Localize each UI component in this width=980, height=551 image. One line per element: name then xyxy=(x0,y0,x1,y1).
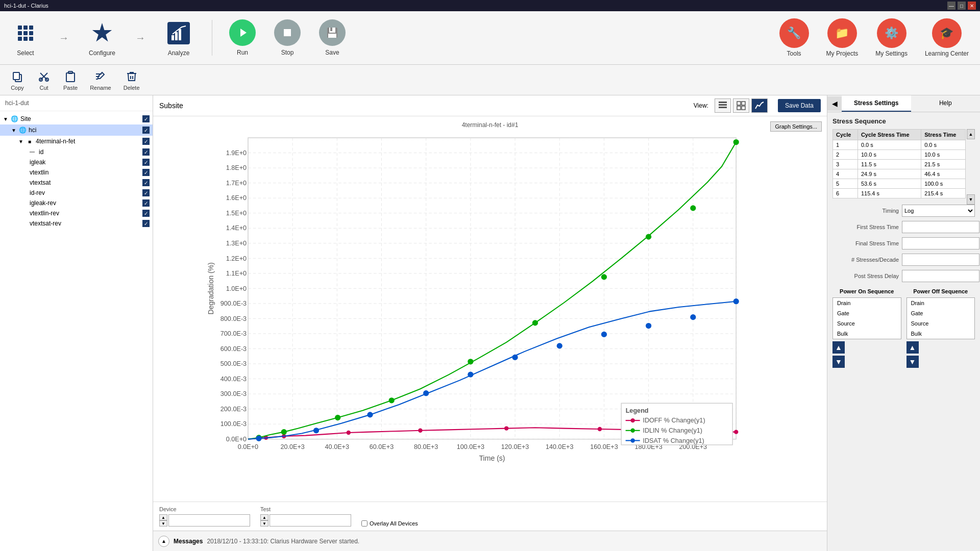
overlay-checkbox[interactable] xyxy=(361,520,368,527)
tab-help[interactable]: Help xyxy=(911,95,981,112)
close-button[interactable]: ✕ xyxy=(968,2,976,10)
stresses-per-decade-input[interactable]: 3 xyxy=(902,254,979,266)
toolbar-separator xyxy=(212,20,212,56)
tree-item-id-rev[interactable]: id-rev ✓ xyxy=(0,188,153,198)
tree-item-vtextsat-rev[interactable]: vtextsat-rev ✓ xyxy=(0,218,153,229)
view-btn-chart[interactable] xyxy=(751,98,768,113)
tree-check-id[interactable]: ✓ xyxy=(142,148,150,156)
timing-select[interactable]: Log Linear xyxy=(902,205,975,217)
run-button[interactable]: Run xyxy=(225,15,260,60)
messages-toggle-button[interactable]: ▲ xyxy=(158,536,169,547)
tree-item-vtextlin[interactable]: vtextlin ✓ xyxy=(0,167,153,178)
tree-check-site[interactable]: ✓ xyxy=(142,115,150,122)
power-off-down-btn[interactable]: ▼ xyxy=(906,356,919,368)
device-up-btn[interactable]: ▲ xyxy=(159,514,167,520)
select-group[interactable]: Select xyxy=(5,15,46,61)
tree-collapse-site[interactable]: ▼ xyxy=(3,116,8,122)
svg-rect-19 xyxy=(719,107,727,108)
graph-settings-button[interactable]: Graph Settings... xyxy=(770,121,822,132)
arrow-sep-2: → xyxy=(133,28,148,48)
post-stress-delay-label: Post Stress Delay xyxy=(832,273,899,279)
tree-item-hci[interactable]: ▼ 🌐 hci ✓ xyxy=(0,124,153,136)
tools-group[interactable]: 🔧 Tools xyxy=(773,14,815,61)
svg-text:800.0E-3: 800.0E-3 xyxy=(220,315,247,322)
tree-item-vtextsat[interactable]: vtextsat ✓ xyxy=(0,178,153,188)
stress-time: 21.5 s xyxy=(921,160,966,169)
svg-text:100.0E+3: 100.0E+3 xyxy=(457,443,484,450)
power-on-source[interactable]: Source xyxy=(833,318,901,329)
power-on-drain[interactable]: Drain xyxy=(833,298,901,308)
tree-check-vtextlin-rev[interactable]: ✓ xyxy=(142,210,150,217)
stop-icon xyxy=(274,19,301,46)
device-input[interactable]: 4terminal-n-fet xyxy=(168,514,250,527)
power-on-gate[interactable]: Gate xyxy=(833,308,901,318)
my-settings-group[interactable]: ⚙️ My Settings xyxy=(869,14,914,61)
view-btn-table[interactable] xyxy=(715,98,731,113)
tree-item-4terminal[interactable]: ▼ ■ 4terminal-n-fet ✓ xyxy=(0,136,153,147)
maximize-button[interactable]: □ xyxy=(958,2,966,10)
final-stress-time-input[interactable]: 2E+05 xyxy=(902,237,979,249)
stop-button[interactable]: Stop xyxy=(270,15,305,60)
tree-item-site[interactable]: ▼ 🌐 Site ✓ xyxy=(0,113,153,124)
tree-check-hci[interactable]: ✓ xyxy=(142,127,150,134)
cut-button[interactable]: Cut xyxy=(32,67,56,93)
my-projects-group[interactable]: 📁 My Projects xyxy=(820,14,865,61)
power-off-source[interactable]: Source xyxy=(907,318,975,329)
tree-item-id[interactable]: id ✓ xyxy=(0,147,153,157)
analyze-group[interactable]: Analyze xyxy=(158,15,199,61)
svg-text:1.4E+0: 1.4E+0 xyxy=(226,224,247,232)
tree-check-igleak[interactable]: ✓ xyxy=(142,159,150,166)
cut-label: Cut xyxy=(39,85,48,91)
power-on-bulk[interactable]: Bulk xyxy=(833,329,901,339)
stress-scroll-down[interactable]: ▼ xyxy=(967,194,975,205)
copy-button[interactable]: Copy xyxy=(5,67,30,93)
titlebar-controls[interactable]: — □ ✕ xyxy=(947,2,976,10)
stress-scroll-up[interactable]: ▲ xyxy=(967,129,975,139)
power-on-up-btn[interactable]: ▲ xyxy=(832,341,845,354)
first-stress-time-input[interactable]: 10 xyxy=(902,221,979,233)
power-off-gate[interactable]: Gate xyxy=(907,308,975,318)
post-stress-delay-input[interactable]: 0 xyxy=(902,270,979,282)
svg-point-126 xyxy=(630,429,634,433)
power-off-up-btn[interactable]: ▲ xyxy=(906,341,919,354)
power-on-down-btn[interactable]: ▼ xyxy=(832,356,845,368)
configure-group[interactable]: Configure xyxy=(82,15,122,61)
power-off-bulk[interactable]: Bulk xyxy=(907,329,975,339)
rename-button[interactable]: Rename xyxy=(85,67,116,93)
save-button[interactable]: Save xyxy=(315,15,350,60)
tree-item-vtextlin-rev[interactable]: vtextlin-rev ✓ xyxy=(0,208,153,218)
rename-label: Rename xyxy=(90,85,111,91)
paste-button[interactable]: Paste xyxy=(58,67,83,93)
power-off-drain[interactable]: Drain xyxy=(907,298,975,308)
view-buttons xyxy=(715,98,768,113)
site-icon: 🌐 xyxy=(10,115,18,123)
svg-point-114 xyxy=(512,355,518,360)
test-down-btn[interactable]: ▼ xyxy=(260,520,268,527)
tree-label-hci: hci xyxy=(29,127,36,134)
svg-point-110 xyxy=(313,428,319,433)
tree-collapse-hci[interactable]: ▼ xyxy=(11,128,16,133)
right-panel-toggle[interactable]: ◀ xyxy=(827,96,842,111)
tree-check-id-rev[interactable]: ✓ xyxy=(142,189,150,196)
delete-button[interactable]: Delete xyxy=(118,67,145,93)
view-btn-grid[interactable] xyxy=(733,98,749,113)
tree-check-igleak-rev[interactable]: ✓ xyxy=(142,199,150,207)
test-input[interactable]: id#1 xyxy=(270,514,351,527)
tree-check-4terminal[interactable]: ✓ xyxy=(142,138,150,145)
learning-center-group[interactable]: 🎓 Learning Center xyxy=(919,14,975,61)
tab-stress-settings[interactable]: Stress Settings xyxy=(842,95,911,112)
test-up-btn[interactable]: ▲ xyxy=(260,514,268,520)
svg-text:120.0E+3: 120.0E+3 xyxy=(501,443,529,450)
tree-check-vtextsat-rev[interactable]: ✓ xyxy=(142,220,150,227)
device-down-btn[interactable]: ▼ xyxy=(159,520,167,527)
tree-check-vtextlin[interactable]: ✓ xyxy=(142,169,150,176)
minimize-button[interactable]: — xyxy=(947,2,955,10)
svg-text:100.0E-3: 100.0E-3 xyxy=(220,420,247,428)
col-stress: Stress Time xyxy=(921,130,966,140)
tree-check-vtextsat[interactable]: ✓ xyxy=(142,179,150,186)
save-data-button[interactable]: Save Data xyxy=(778,99,821,112)
tree-item-igleak[interactable]: igleak ✓ xyxy=(0,157,153,167)
tree-collapse-4terminal[interactable]: ▼ xyxy=(18,139,23,144)
tree-label-vtextsat: vtextsat xyxy=(30,179,51,186)
tree-item-igleak-rev[interactable]: igleak-rev ✓ xyxy=(0,198,153,208)
